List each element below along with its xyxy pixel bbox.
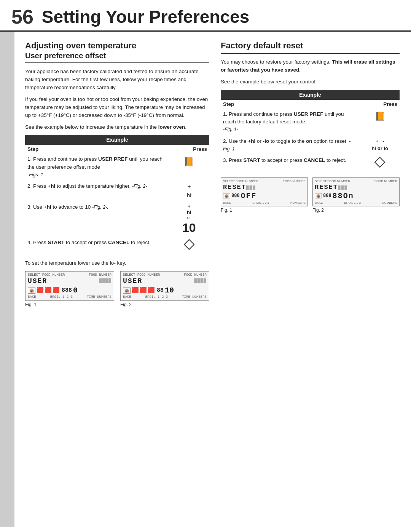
- start-icon-left: [183, 239, 195, 250]
- plus-hi-small: +: [188, 203, 191, 209]
- left-fig2-label: Fig. 2: [120, 302, 209, 307]
- left-fig1-zero: 0: [73, 286, 78, 295]
- right-display-panels: SELECT FOOD NUMBER FOOD NUMBER RESET███ …: [221, 177, 400, 213]
- right-fig2-icon: 🛖: [315, 193, 322, 198]
- right-fig2-panel: SELECT FOOD NUMBER FOOD NUMBER RESET███ …: [312, 177, 400, 206]
- left-display-panels: SELECT FOOD NUMBER FOOD NUMBER USER ████…: [25, 271, 209, 307]
- main-content: Adjusting oven temperature User preferen…: [0, 32, 411, 527]
- left-fig2-icon: 🛖: [123, 288, 131, 294]
- left-fig2-wrap: SELECT FOOD NUMBER FOOD NUMBER USER ████…: [120, 271, 209, 307]
- page-number: 56: [11, 7, 33, 27]
- left-fig1-label: Fig. 1: [25, 302, 114, 307]
- content-area: Adjusting oven temperature User preferen…: [14, 32, 411, 527]
- right-fig2-label: Fig. 2: [312, 208, 400, 213]
- left-fig1-numrow: BAKE BROIL 1 2 3 TIME NUMBERS: [28, 295, 112, 299]
- right-example-table: Example Step Press 1. Press and continue…: [221, 90, 400, 172]
- right-fig2-on: 88On: [333, 192, 354, 200]
- left-fig2-user: USER: [123, 277, 142, 285]
- page-header: 56 Setting Your Preferences: [0, 0, 411, 32]
- left-step-2: 2. Press +hi to adjust the temperature h…: [25, 180, 209, 201]
- user-pref-icon-1: 📙: [183, 155, 195, 168]
- left-footer-note: To set the temperature lower use the lo-…: [25, 259, 209, 267]
- left-column: Adjusting oven temperature User preferen…: [25, 41, 209, 518]
- right-step-2: 2. Use the +hi or -lo to toggle to the o…: [221, 135, 400, 155]
- left-fig2-10: 10: [165, 286, 174, 295]
- left-fig1-top: SELECT FOOD NUMBER FOOD NUMBER: [28, 273, 112, 277]
- start-icon-right: [374, 157, 386, 168]
- plus-hi-10: + hi or 10: [171, 203, 207, 235]
- right-fig2-top: SELECT FOOD NUMBER FOOD NUMBER: [315, 179, 397, 183]
- right-column: Factory default reset You may choose to …: [221, 41, 400, 518]
- right-fig1-panel: SELECT FOOD NUMBER FOOD NUMBER RESET███ …: [221, 177, 308, 206]
- left-fig2-main: USER ████: [123, 277, 207, 285]
- right-fig2-wrap: SELECT FOOD NUMBER FOOD NUMBER RESET███ …: [312, 177, 400, 213]
- left-para-2: If you feel your oven is too hot or too …: [25, 96, 209, 120]
- or-label: or: [187, 215, 191, 220]
- right-fig1-off: OFF: [241, 192, 257, 200]
- left-press-header: Press: [169, 145, 209, 153]
- right-fig1-icon-row: 🛖 888 OFF: [223, 192, 306, 200]
- left-section-subtitle: User preference offset: [25, 51, 209, 63]
- left-example-table: Example Step Press 1. Press and continue…: [25, 135, 209, 254]
- left-step-header: Step: [25, 145, 169, 153]
- left-step-1-ref: -Figs. 1-.: [27, 172, 46, 177]
- right-fig1-icon: 🛖: [223, 193, 230, 198]
- page-title: Setting Your Preferences: [42, 8, 249, 26]
- svg-marker-0: [184, 240, 194, 249]
- right-example-header: Example: [221, 90, 400, 100]
- left-para-3: See the example below to increase the te…: [25, 123, 209, 131]
- left-step-4: 4. Press START to accept or press CANCEL…: [25, 236, 209, 254]
- left-section-title: Adjusting oven temperature: [25, 41, 209, 51]
- left-fig2-panel: SELECT FOOD NUMBER FOOD NUMBER USER ████…: [120, 271, 209, 301]
- left-example-header: Example: [25, 135, 209, 145]
- ten-label: 10: [182, 220, 196, 235]
- left-fig1-bottom: 🛖 🟥🟥🟥 888 0: [28, 286, 112, 295]
- left-fig2-dots: ████: [194, 278, 207, 284]
- right-fig1-wrap: SELECT FOOD NUMBER FOOD NUMBER RESET███ …: [221, 177, 308, 213]
- left-para-1: Your appliance has been factory calibrat…: [25, 68, 209, 92]
- right-para-2: See the example below reset your control…: [221, 78, 400, 86]
- right-press-header: Press: [360, 100, 400, 108]
- left-fig1-wrap: SELECT FOOD NUMBER FOOD NUMBER USER ████…: [25, 271, 114, 307]
- left-fig2-top: SELECT FOOD NUMBER FOOD NUMBER: [123, 273, 207, 277]
- right-step-1: 1. Press and continue to press USER PREF…: [221, 108, 400, 135]
- user-pref-icon-right-1: 📙: [374, 110, 386, 123]
- left-fig1-icon: 🛖: [28, 288, 35, 294]
- left-fig1-user: USER: [28, 277, 47, 285]
- left-fig2-numrow: BAKE BROIL 1 2 3 TIME NUMBERS: [123, 295, 207, 299]
- plus-minus-label: + -hi or lo: [363, 137, 397, 152]
- right-para-1: You may choose to restore your factory s…: [221, 58, 400, 74]
- right-fig1-label: Fig. 1: [221, 208, 308, 213]
- left-fig2-bottom: 🛖 🟥🟥🟥 88 10: [123, 286, 207, 295]
- left-step-1: 1. Press and continue to press USER PREF…: [25, 153, 209, 180]
- left-step-3: 3. Use +hi to advance to 10 -Fig. 2-. + …: [25, 201, 209, 236]
- right-fig1-top: SELECT FOOD NUMBER FOOD NUMBER: [223, 179, 306, 183]
- plus-hi-label: +hi: [186, 183, 191, 198]
- right-fig2-reset: RESET███: [315, 184, 397, 191]
- right-step-3: 3. Press START to accept or press CANCEL…: [221, 154, 400, 172]
- left-fig1-panel: SELECT FOOD NUMBER FOOD NUMBER USER ████…: [25, 271, 114, 301]
- left-fig1-main: USER ████: [28, 277, 112, 285]
- right-fig1-bottom: BAKE BROIL 1 2 3 NUMBERS: [223, 201, 306, 204]
- right-step-1-ref: -Fig. 1-: [223, 127, 238, 132]
- right-section-title: Factory default reset: [221, 41, 400, 54]
- left-fig1-dots: ████: [99, 278, 112, 284]
- hi-label: hi: [187, 209, 191, 216]
- right-fig2-bottom: BAKE BROIL 1 2 3 NUMBERS: [315, 201, 397, 204]
- right-fig2-icon-row: 🛖 888 88On: [315, 192, 397, 200]
- right-fig1-reset: RESET███: [223, 184, 306, 191]
- left-sidebar: [0, 32, 14, 527]
- svg-marker-1: [375, 157, 385, 167]
- right-step-header: Step: [221, 100, 360, 108]
